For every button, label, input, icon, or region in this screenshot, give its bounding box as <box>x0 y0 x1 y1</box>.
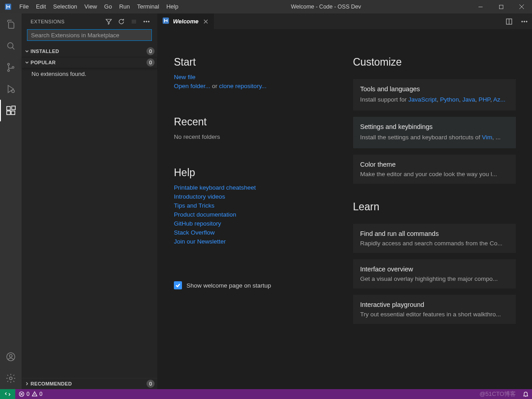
status-notifications[interactable] <box>519 389 532 399</box>
recent-heading: Recent <box>174 116 337 128</box>
status-warnings-count: 0 <box>40 391 43 397</box>
menu-go[interactable]: Go <box>101 0 115 13</box>
svg-rect-9 <box>11 111 15 115</box>
help-tips-tricks-link[interactable]: Tips and Tricks <box>174 201 337 210</box>
welcome-page: Start New file Open folder... or clone r… <box>158 29 532 389</box>
chevron-down-icon <box>23 49 31 54</box>
learn-heading: Learn <box>353 201 516 213</box>
menu-view[interactable]: View <box>81 0 101 13</box>
installed-count-badge: 0 <box>146 47 155 55</box>
svg-point-15 <box>146 21 147 22</box>
activity-bar <box>0 13 22 389</box>
popular-empty-text: No extensions found. <box>22 68 157 81</box>
help-introductory-videos-link[interactable]: Introductory videos <box>174 192 337 201</box>
status-errors-count: 0 <box>27 391 30 397</box>
activity-search[interactable] <box>0 35 22 57</box>
clone-repository-link[interactable]: clone repository... <box>219 83 267 89</box>
tab-more-icon[interactable] <box>517 13 532 29</box>
lang-java-link[interactable]: Java <box>462 96 475 103</box>
status-problems[interactable]: 0 0 <box>15 389 45 399</box>
tab-welcome[interactable]: Welcome <box>158 13 214 29</box>
help-product-documentation-link[interactable]: Product documentation <box>174 210 337 219</box>
help-stack-overflow-link[interactable]: Stack Overflow <box>174 228 337 237</box>
welcome-tab-icon <box>162 17 169 26</box>
lang-javascript-link[interactable]: JavaScript <box>408 96 437 103</box>
svg-point-20 <box>524 21 525 22</box>
window-minimize-button[interactable] <box>470 0 491 13</box>
split-editor-icon[interactable] <box>501 13 517 29</box>
card-interface-overview[interactable]: Interface overview Get a visual overlay … <box>353 259 516 288</box>
svg-point-19 <box>522 21 523 22</box>
more-icon[interactable] <box>140 18 153 25</box>
app-icon <box>0 3 16 11</box>
svg-point-13 <box>9 377 12 380</box>
card-tools-languages[interactable]: Tools and languages Install support for … <box>353 79 516 111</box>
clear-icon[interactable] <box>128 18 140 25</box>
help-keyboard-cheatsheet-link[interactable]: Printable keyboard cheatsheet <box>174 183 337 192</box>
svg-point-16 <box>148 21 149 22</box>
lang-php-link[interactable]: PHP <box>479 96 490 103</box>
section-recommended[interactable]: RECOMMENDED 0 <box>22 378 157 389</box>
extensions-search-input[interactable] <box>27 29 152 41</box>
menu-run[interactable]: Run <box>115 0 133 13</box>
menu-selection[interactable]: Selection <box>49 0 80 13</box>
section-popular[interactable]: POPULAR 0 <box>22 57 157 68</box>
lang-python-link[interactable]: Python <box>440 96 459 103</box>
checkbox-checked-icon <box>174 281 182 289</box>
svg-point-21 <box>526 21 527 22</box>
help-github-repository-link[interactable]: GitHub repository <box>174 219 337 228</box>
card-find-commands[interactable]: Find and run all commands Rapidly access… <box>353 224 516 253</box>
keymap-vim-link[interactable]: Vim <box>482 134 492 141</box>
svg-point-6 <box>12 90 14 93</box>
extensions-sidebar: EXTENSIONS INSTALLED 0 POPULAR <box>22 13 158 389</box>
svg-point-4 <box>8 70 9 71</box>
status-bar: 0 0 @51CTO博客 <box>0 389 532 399</box>
help-newsletter-link[interactable]: Join our Newsletter <box>174 237 337 246</box>
show-welcome-on-startup[interactable]: Show welcome page on startup <box>174 281 337 289</box>
svg-point-5 <box>12 66 14 68</box>
popular-count-badge: 0 <box>146 58 155 66</box>
tab-label: Welcome <box>173 18 199 25</box>
watermark-text: @51CTO博客 <box>479 390 516 398</box>
menu-bar: File Edit Selection View Go Run Terminal… <box>16 0 182 13</box>
activity-source-control[interactable] <box>0 57 22 78</box>
section-installed[interactable]: INSTALLED 0 <box>22 46 157 57</box>
svg-rect-7 <box>7 106 10 110</box>
activity-explorer[interactable] <box>0 13 22 35</box>
menu-file[interactable]: File <box>16 0 32 13</box>
svg-point-14 <box>144 21 145 22</box>
card-settings-keybindings[interactable]: Settings and keybindings Install the set… <box>353 117 516 148</box>
title-bar: File Edit Selection View Go Run Terminal… <box>0 0 532 13</box>
svg-point-3 <box>8 63 9 65</box>
lang-azure-link[interactable]: Az... <box>493 96 505 103</box>
svg-rect-8 <box>7 111 10 115</box>
customize-heading: Customize <box>353 56 516 68</box>
svg-point-12 <box>9 355 12 357</box>
menu-terminal[interactable]: Terminal <box>133 0 163 13</box>
menu-edit[interactable]: Edit <box>32 0 49 13</box>
activity-extensions[interactable] <box>0 100 22 121</box>
window-maximize-button[interactable] <box>491 0 511 13</box>
chevron-right-icon <box>23 381 31 386</box>
open-folder-link[interactable]: Open folder... <box>174 83 210 89</box>
activity-accounts[interactable] <box>0 346 22 368</box>
activity-settings[interactable] <box>0 368 22 389</box>
filter-icon[interactable] <box>102 18 115 25</box>
window-close-button[interactable] <box>511 0 532 13</box>
menu-help[interactable]: Help <box>163 0 182 13</box>
svg-rect-1 <box>499 5 503 9</box>
card-interactive-playground[interactable]: Interactive playground Try out essential… <box>353 295 516 324</box>
help-heading: Help <box>174 167 337 179</box>
remote-button[interactable] <box>0 389 15 399</box>
refresh-icon[interactable] <box>115 18 128 25</box>
tab-close-icon[interactable] <box>202 18 209 25</box>
start-heading: Start <box>174 56 337 68</box>
svg-point-2 <box>8 43 13 48</box>
editor-tab-bar: Welcome <box>158 13 532 29</box>
svg-rect-10 <box>12 106 15 110</box>
activity-run-debug[interactable] <box>0 78 22 100</box>
new-file-link[interactable]: New file <box>174 74 195 80</box>
recommended-count-badge: 0 <box>146 380 155 388</box>
card-color-theme[interactable]: Color theme Make the editor and your cod… <box>353 155 516 184</box>
sidebar-title: EXTENSIONS <box>31 19 102 24</box>
